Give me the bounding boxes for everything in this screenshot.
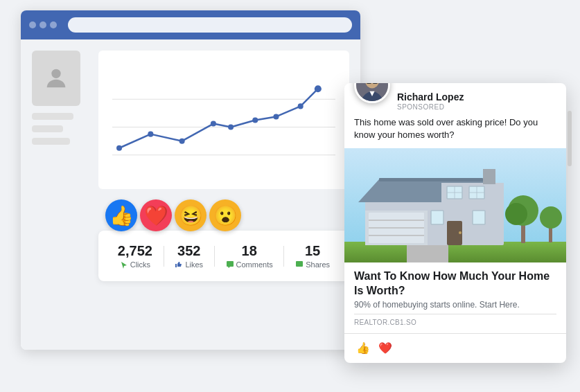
svg-point-4 xyxy=(116,145,122,151)
house-illustration xyxy=(344,148,566,262)
svg-rect-42 xyxy=(473,211,485,224)
svg-rect-14 xyxy=(296,261,303,267)
wow-reaction: 😮 xyxy=(209,199,241,231)
agent-photo xyxy=(356,83,388,103)
house-image xyxy=(344,148,566,262)
card-info: Richard Lopez SPONSORED xyxy=(397,91,556,111)
svg-point-7 xyxy=(211,121,216,127)
svg-point-8 xyxy=(228,125,234,130)
share-icon xyxy=(295,260,304,269)
svg-point-10 xyxy=(273,114,279,119)
likes-label: Likes xyxy=(185,260,203,269)
line-chart xyxy=(112,64,335,169)
haha-reaction: 😆 xyxy=(175,199,206,231)
scrollbar[interactable] xyxy=(568,111,572,166)
sidebar-line-3 xyxy=(32,138,70,145)
shares-stat: 15 Shares xyxy=(295,243,330,269)
svg-point-0 xyxy=(51,69,60,78)
svg-point-40 xyxy=(459,231,462,234)
agent-avatar xyxy=(354,83,390,103)
window-controls xyxy=(29,21,57,28)
cta-title: Want To Know How Much Your Home Is Worth… xyxy=(354,269,556,299)
thumbs-up-reaction: 👍 xyxy=(105,199,137,231)
svg-rect-31 xyxy=(379,178,483,181)
maximize-dot xyxy=(50,21,57,28)
reactions-row: 👍 ❤️ 😆 😮 xyxy=(105,199,241,231)
agent-name: Richard Lopez xyxy=(397,91,556,103)
svg-point-48 xyxy=(540,206,562,229)
comments-label: Comments xyxy=(236,260,273,269)
card-heart[interactable]: ❤️ xyxy=(376,339,394,357)
likes-value: 352 xyxy=(175,243,203,259)
svg-point-46 xyxy=(505,203,527,225)
fb-main-content: 👍 ❤️ 😆 😮 2,752 Clicks 35 xyxy=(98,51,349,339)
facebook-browser-mockup: 👍 ❤️ 😆 😮 2,752 Clicks 35 xyxy=(21,10,360,350)
shares-value: 15 xyxy=(295,243,330,259)
comment-icon xyxy=(226,260,234,269)
svg-rect-43 xyxy=(483,169,495,184)
card-cta: Want To Know How Much Your Home Is Worth… xyxy=(344,262,566,333)
sidebar-line-2 xyxy=(32,125,63,132)
sponsored-ad-card: Richard Lopez SPONSORED This home was so… xyxy=(344,83,566,363)
comments-value: 18 xyxy=(226,243,273,259)
shares-label: Shares xyxy=(306,260,330,269)
sponsored-label: SPONSORED xyxy=(397,103,556,111)
cursor-icon xyxy=(120,260,128,269)
svg-rect-41 xyxy=(431,211,443,224)
svg-point-5 xyxy=(148,132,153,137)
stats-bar: 👍 ❤️ 😆 😮 2,752 Clicks 35 xyxy=(98,231,349,281)
user-avatar-placeholder xyxy=(32,51,80,106)
comments-stat: 18 Comments xyxy=(226,243,273,269)
close-dot xyxy=(29,21,36,28)
card-header: Richard Lopez SPONSORED xyxy=(344,83,566,116)
clicks-stat: 2,752 Clicks xyxy=(118,243,152,269)
cta-domain: REALTOR.CB1.SO xyxy=(354,314,556,326)
clicks-value: 2,752 xyxy=(118,243,152,259)
card-thumbs-up[interactable]: 👍 xyxy=(354,339,372,357)
cta-subtitle: 90% of homebuying starts online. Start H… xyxy=(354,300,556,310)
card-reactions-row: 👍 ❤️ xyxy=(344,333,566,363)
svg-point-9 xyxy=(252,117,258,123)
divider-3 xyxy=(283,246,284,267)
minimize-dot xyxy=(39,21,46,28)
post-text: This home was sold over asking price! Do… xyxy=(344,116,566,148)
svg-point-12 xyxy=(315,85,322,92)
svg-point-11 xyxy=(298,103,304,109)
heart-reaction: ❤️ xyxy=(140,199,172,231)
url-bar[interactable] xyxy=(68,17,352,33)
browser-toolbar xyxy=(21,10,360,39)
sidebar-line-1 xyxy=(32,113,73,120)
fb-sidebar xyxy=(32,51,87,339)
clicks-label: Clicks xyxy=(130,260,150,269)
divider-2 xyxy=(214,246,215,267)
analytics-chart-area xyxy=(98,51,349,189)
likes-stat: 352 Likes xyxy=(175,243,203,269)
divider-1 xyxy=(164,246,164,267)
fb-content-area: 👍 ❤️ 😆 😮 2,752 Clicks 35 xyxy=(21,39,360,350)
svg-point-6 xyxy=(179,139,185,144)
person-icon xyxy=(42,64,70,92)
thumb-icon xyxy=(175,260,183,269)
svg-rect-13 xyxy=(227,261,234,267)
